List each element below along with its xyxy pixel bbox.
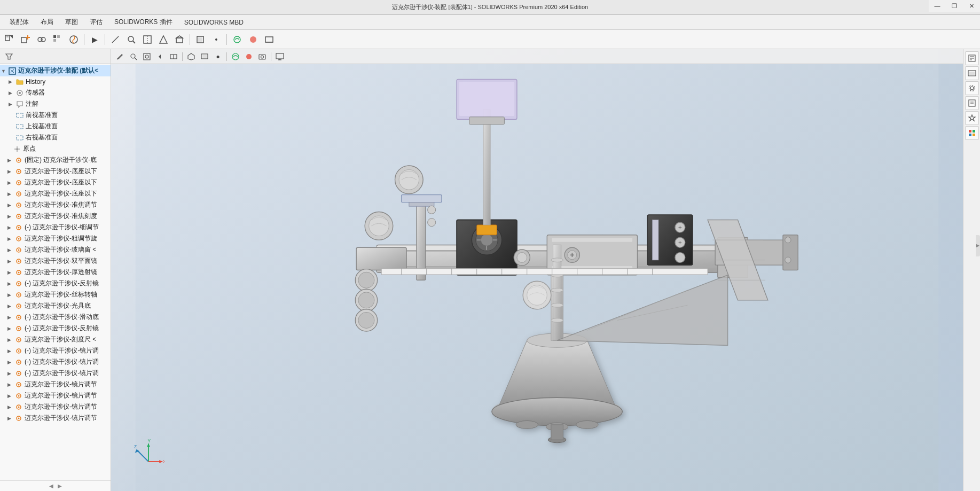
tree-item-right-plane[interactable]: ▶ 右视基准面 — [0, 132, 111, 143]
minimize-button[interactable]: — — [929, 0, 946, 12]
rt-btn-tasks[interactable] — [965, 96, 979, 110]
vp-tool-display[interactable] — [199, 51, 210, 63]
tree-item-component-14[interactable]: ▶ (-) 迈克尔逊干涉仪-滑动底 — [0, 311, 111, 323]
restore-button[interactable]: ❐ — [946, 0, 963, 12]
tree-item-component-5[interactable]: ▶ 迈克尔逊干涉仪-准焦刻度 — [0, 211, 111, 222]
left-panel: ▼ 迈克尔逊干涉仪-装配 (默认< ▶ History ▶ — [0, 49, 111, 491]
tree-item-annotation[interactable]: ▶ 注解 — [0, 98, 111, 110]
cmd-mate[interactable] — [34, 32, 49, 47]
tree-item-component-17[interactable]: ▶ (-) 迈克尔逊干涉仪-镜片调 — [0, 345, 111, 356]
tree-item-component-7[interactable]: ▶ 迈克尔逊干涉仪-粗调节旋 — [0, 233, 111, 244]
tree-item-component-0[interactable]: ▶ (固定) 迈克尔逊干涉仪-底 — [0, 154, 111, 166]
tree-item-component-3[interactable]: ▶ 迈克尔逊干涉仪-底座以下 — [0, 188, 111, 199]
tree-item-history[interactable]: ▶ History — [0, 76, 111, 87]
tree-item-component-8[interactable]: ▶ 迈克尔逊干涉仪-玻璃窗 < — [0, 244, 111, 255]
history-folder-icon — [15, 77, 24, 86]
vp-tool-scene[interactable] — [230, 51, 241, 63]
cmd-magnify[interactable] — [124, 32, 139, 47]
tree-item-component-13[interactable]: ▶ 迈克尔逊干涉仪-光具底 — [0, 300, 111, 311]
cmd-sep1 — [84, 34, 84, 45]
cmd-new-part[interactable] — [2, 32, 17, 47]
tree-item-component-20[interactable]: ▶ 迈克尔逊干涉仪-镜片调节 — [0, 379, 111, 390]
feature-tree[interactable]: ▼ 迈克尔逊干涉仪-装配 (默认< ▶ History ▶ — [0, 64, 111, 480]
cmd-section[interactable] — [140, 32, 155, 47]
menu-item-sw-plugins[interactable]: SOLIDWORKS 插件 — [109, 16, 178, 28]
tree-scroll-right[interactable]: ◀ ▶ — [0, 480, 111, 491]
tree-root[interactable]: ▼ 迈克尔逊干涉仪-装配 (默认< — [0, 65, 111, 76]
svg-point-61 — [18, 271, 20, 273]
mirror-holder-right — [647, 215, 693, 265]
vp-tool-pencil[interactable] — [114, 51, 126, 63]
cmd-pattern[interactable] — [50, 32, 65, 47]
3d-model-viewport[interactable] — [111, 49, 963, 491]
cmd-display-mode[interactable] — [193, 32, 208, 47]
tree-item-component-6[interactable]: ▶ (-) 迈克尔逊干涉仪-细调节 — [0, 222, 111, 233]
vp-tool-photo[interactable] — [256, 51, 268, 63]
svg-marker-208 — [159, 460, 162, 463]
menu-item-assembly[interactable]: 装配体 — [4, 16, 34, 28]
cmd-scene[interactable] — [230, 32, 245, 47]
tree-item-component-18[interactable]: ▶ (-) 迈克尔逊干涉仪-镜片调 — [0, 356, 111, 368]
vp-tool-3d[interactable] — [185, 51, 197, 63]
cmd-explode[interactable] — [156, 32, 171, 47]
tree-item-origin[interactable]: 原点 — [0, 143, 111, 154]
cmd-sep4 — [226, 34, 227, 45]
vp-tool-monitor[interactable] — [274, 51, 286, 63]
svg-point-193 — [785, 257, 791, 263]
filter-button[interactable] — [3, 51, 15, 63]
cmd-appearance[interactable] — [66, 32, 81, 47]
tree-item-component-1[interactable]: ▶ 迈克尔逊干涉仪-底座以下 — [0, 166, 111, 177]
vp-tool-section[interactable] — [168, 51, 179, 63]
cmd-3d-view[interactable] — [172, 32, 187, 47]
svg-point-45 — [18, 182, 20, 183]
cmd-view-orient[interactable]: • — [209, 32, 224, 47]
cmd-insert-component[interactable] — [18, 32, 33, 47]
vp-tool-prev-view[interactable] — [154, 51, 166, 63]
cmd-more[interactable]: ▶ — [87, 32, 102, 47]
rt-btn-palette[interactable] — [965, 126, 979, 140]
cmd-appearance2[interactable] — [246, 32, 261, 47]
menu-item-evaluate[interactable]: 评估 — [84, 16, 108, 28]
tree-item-sensor[interactable]: ▶ 传感器 — [0, 87, 111, 98]
svg-point-167 — [527, 285, 547, 306]
rt-btn-settings[interactable] — [965, 81, 979, 95]
svg-rect-221 — [969, 130, 971, 133]
vp-tool-zoom[interactable] — [128, 51, 139, 63]
tree-item-component-16[interactable]: ▶ 迈克尔逊干涉仪-刻度尺 < — [0, 334, 111, 345]
tree-item-component-12[interactable]: ▶ 迈克尔逊干涉仪-丝标转轴 — [0, 289, 111, 300]
rt-btn-display[interactable] — [965, 66, 979, 80]
tree-item-component-19[interactable]: ▶ (-) 迈克尔逊干涉仪-镜片调 — [0, 368, 111, 379]
tree-item-component-4[interactable]: ▶ 迈克尔逊干涉仪-准焦调节 — [0, 199, 111, 211]
comp3-icon — [14, 190, 23, 198]
svg-line-15 — [133, 41, 135, 43]
menu-item-layout[interactable]: 布局 — [35, 16, 59, 28]
menu-item-sw-mbd[interactable]: SOLIDWORKS MBD — [179, 17, 249, 28]
viewport[interactable]: ● — [111, 49, 963, 491]
close-button[interactable]: ✕ — [963, 0, 980, 12]
svg-point-98 — [232, 53, 239, 60]
tree-item-front-plane[interactable]: ▶ 前视基准面 — [0, 110, 111, 121]
svg-point-24 — [234, 36, 240, 43]
rt-btn-property[interactable] — [965, 51, 979, 65]
tree-item-component-21[interactable]: ▶ 迈克尔逊干涉仪-镜片调节 — [0, 390, 111, 401]
vp-tool-zoom-window[interactable] — [141, 51, 153, 63]
cmd-measure[interactable] — [108, 32, 123, 47]
tree-item-component-15[interactable]: ▶ (-) 迈克尔逊干涉仪-反射镜 — [0, 323, 111, 334]
tree-item-component-2[interactable]: ▶ 迈克尔逊干涉仪-底座以下 — [0, 177, 111, 188]
rt-btn-customize[interactable] — [965, 111, 979, 125]
svg-rect-138 — [477, 225, 497, 235]
svg-point-127 — [358, 292, 374, 308]
cmd-display-settings[interactable] — [262, 32, 277, 47]
tree-item-top-plane[interactable]: ▶ 上视基准面 — [0, 121, 111, 132]
svg-point-111 — [576, 420, 598, 428]
vp-tool-view-dot[interactable]: ● — [212, 51, 224, 63]
tree-item-component-22[interactable]: ▶ 迈克尔逊干涉仪-镜片调节 — [0, 401, 111, 412]
tree-item-component-23[interactable]: ▶ 迈克尔逊干涉仪-镜片调节 — [0, 412, 111, 424]
vp-tool-color[interactable] — [243, 51, 255, 63]
comp7-expand: ▶ — [7, 236, 13, 241]
menu-item-sketch[interactable]: 草图 — [60, 16, 83, 28]
tree-item-component-10[interactable]: ▶ 迈克尔逊干涉仪-厚透射镜 — [0, 267, 111, 278]
svg-point-57 — [18, 249, 20, 251]
tree-item-component-9[interactable]: ▶ 迈克尔逊干涉仪-双平面镜 — [0, 255, 111, 267]
tree-item-component-11[interactable]: ▶ (-) 迈克尔逊干涉仪-反射镜 — [0, 278, 111, 289]
